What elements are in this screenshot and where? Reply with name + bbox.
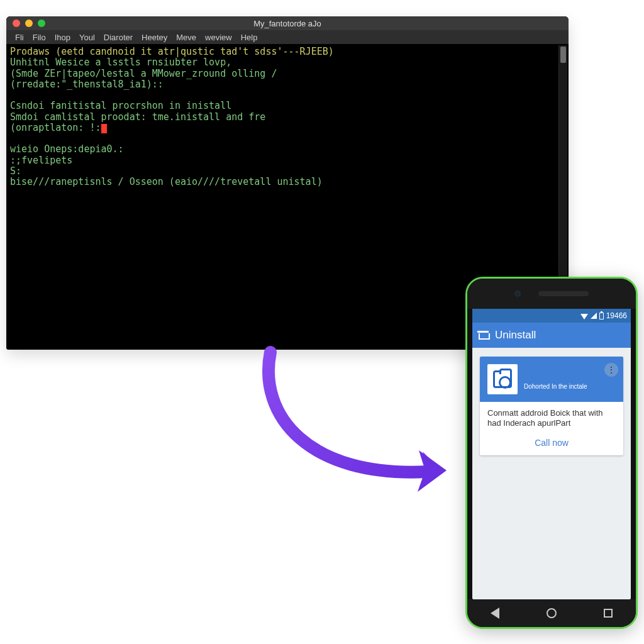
nav-recent-button[interactable] xyxy=(604,609,613,618)
terminal-line: wieio Oneps:depia0.: xyxy=(10,143,124,155)
menu-item[interactable]: Help xyxy=(241,33,258,42)
phone-device: 19466 Uninstall Dohorted In the inctale … xyxy=(465,277,638,629)
nav-back-button[interactable] xyxy=(491,608,499,619)
battery-icon xyxy=(599,313,604,319)
menu-item[interactable]: Ihop xyxy=(55,33,70,42)
close-icon[interactable] xyxy=(13,19,20,27)
uninstall-icon xyxy=(479,331,489,340)
terminal-line: Unhitnl Wesice a lsstls rnsiubter lovp, xyxy=(10,57,231,68)
nav-home-button[interactable] xyxy=(547,608,557,618)
scrollbar-thumb[interactable] xyxy=(560,47,566,63)
camera-icon xyxy=(493,370,512,388)
signal-icon xyxy=(591,313,597,319)
maximize-icon[interactable] xyxy=(38,19,45,27)
status-time: 19466 xyxy=(606,311,627,320)
app-icon xyxy=(487,364,518,394)
phone-bezel-top xyxy=(467,279,636,309)
terminal-line: (Smde ZEr|tapeo/lestal a MMower_zround o… xyxy=(10,68,277,79)
terminal-line: (onraptlaton: !: xyxy=(10,122,101,133)
earpiece-icon xyxy=(538,291,589,296)
window-title: My_fantotorde aJo xyxy=(6,19,569,28)
terminal-titlebar[interactable]: My_fantotorde aJo xyxy=(6,16,569,30)
terminal-line: Smdoi camlistal proodat: tme.inistall an… xyxy=(10,111,265,123)
wifi-icon xyxy=(580,314,588,319)
menu-item[interactable]: Meve xyxy=(176,33,196,42)
app-bar-title: Uninstall xyxy=(495,329,536,341)
terminal-menubar: Fli Filo Ihop Youl Diaroter Heetey Meve … xyxy=(6,30,569,44)
phone-screen: 19466 Uninstall Dohorted In the inctale … xyxy=(472,309,631,599)
svg-marker-0 xyxy=(418,450,447,492)
terminal-line: (rredate:"_thenstal8_ia1):: xyxy=(10,79,164,90)
minimize-icon[interactable] xyxy=(25,19,33,27)
menu-item[interactable]: Heetey xyxy=(142,33,167,42)
status-bar: 19466 xyxy=(472,309,631,323)
window-controls xyxy=(6,19,45,27)
card-action-button[interactable]: Call now xyxy=(480,433,623,455)
menu-item[interactable]: Filo xyxy=(33,33,46,42)
terminal-line: bise///raneptisnls / Osseon (eaio////tre… xyxy=(10,176,323,187)
terminal-line: S: xyxy=(10,165,21,177)
card-header: Dohorted In the inctale ⋮ xyxy=(480,357,623,402)
app-bar: Uninstall xyxy=(472,323,631,348)
terminal-line: Csndoi fanitistal procrshon in inistall xyxy=(10,100,231,111)
menu-item[interactable]: Diaroter xyxy=(104,33,133,42)
android-nav-bar xyxy=(467,599,636,627)
menu-item[interactable]: Youl xyxy=(79,33,95,42)
front-camera-icon xyxy=(514,291,521,297)
app-card: Dohorted In the inctale ⋮ Conmatt addroi… xyxy=(480,357,623,455)
overflow-menu-button[interactable]: ⋮ xyxy=(604,363,618,377)
menu-item[interactable]: Fli xyxy=(15,33,24,42)
terminal-line: Prodaws (eetd candnoid it atr|qustic tad… xyxy=(10,46,334,57)
terminal-line: :;fvelipets xyxy=(10,155,72,166)
card-subtitle: Dohorted In the inctale xyxy=(524,383,587,390)
menu-item[interactable]: weview xyxy=(205,33,232,42)
arrow-icon xyxy=(239,340,465,503)
card-body-text: Conmatt addroid Boick that with had Inde… xyxy=(480,402,623,433)
cursor-icon xyxy=(101,124,107,133)
